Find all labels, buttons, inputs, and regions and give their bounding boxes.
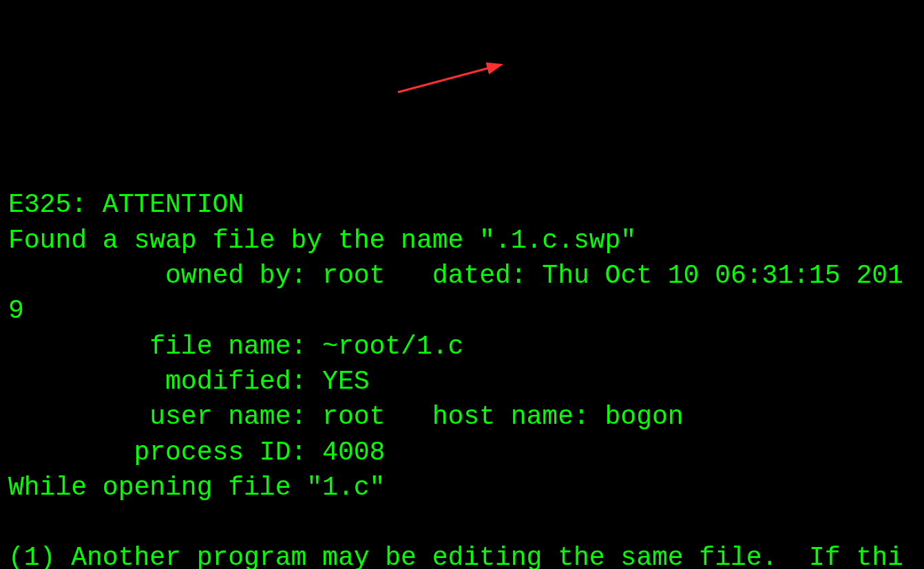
svg-line-1 bbox=[398, 65, 501, 92]
warning-header: E325: ATTENTION bbox=[8, 190, 244, 219]
owned-by-value: root bbox=[322, 261, 385, 290]
modified-label: modified: bbox=[8, 367, 322, 396]
process-id-label: process ID: bbox=[8, 438, 322, 467]
vim-terminal-output: E325: ATTENTION Found a swap file by the… bbox=[8, 152, 916, 569]
arrow-annotation-icon bbox=[391, 61, 515, 95]
modified-value: YES bbox=[322, 367, 369, 396]
swap-found-line: Found a swap file by the name ".1.c.swp" bbox=[8, 226, 636, 255]
user-name-label: user name: bbox=[8, 402, 322, 431]
host-name-label: host name: bbox=[385, 402, 605, 431]
file-name-value: ~root/1.c bbox=[322, 332, 463, 361]
reason-1-line-1: (1) Another program may be editing the s… bbox=[8, 543, 903, 569]
user-name-value: root bbox=[322, 402, 385, 431]
while-opening-line: While opening file "1.c" bbox=[8, 473, 385, 502]
process-id-value: 4008 bbox=[322, 438, 385, 467]
file-name-label: file name: bbox=[8, 332, 322, 361]
owned-by-label: owned by: bbox=[8, 261, 322, 290]
host-name-value: bogon bbox=[605, 402, 684, 431]
dated-label: dated: bbox=[385, 261, 542, 290]
